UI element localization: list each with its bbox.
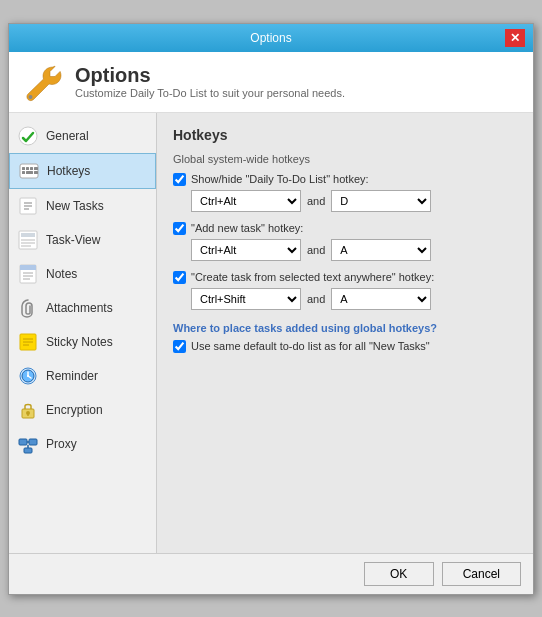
hotkey2-label: "Add new task" hotkey: <box>191 222 303 234</box>
sidebar-label-notes: Notes <box>46 267 77 281</box>
hotkey-group-3: "Create task from selected text anywhere… <box>173 271 517 310</box>
placement-label: Use same default to-do list as for all "… <box>191 340 430 352</box>
sidebar-item-hotkeys[interactable]: Hotkeys <box>9 153 156 189</box>
hotkey3-controls: Ctrl+Shift Ctrl+Alt Alt+Shift and A B D <box>173 288 517 310</box>
svg-rect-5 <box>30 167 33 170</box>
hotkey2-key-select[interactable]: A B D <box>331 239 431 261</box>
ok-button[interactable]: OK <box>364 562 434 586</box>
main-content: Hotkeys Global system-wide hotkeys Show/… <box>157 113 533 553</box>
sidebar-label-attachments: Attachments <box>46 301 113 315</box>
sidebar-label-new-tasks: New Tasks <box>46 199 104 213</box>
svg-rect-39 <box>24 448 32 453</box>
sidebar-item-notes[interactable]: Notes <box>9 257 156 291</box>
new-tasks-icon <box>17 195 39 217</box>
svg-rect-37 <box>29 439 37 445</box>
hotkeys-icon <box>18 160 40 182</box>
svg-point-32 <box>27 375 29 377</box>
placement-section: Where to place tasks added using global … <box>173 322 517 353</box>
svg-rect-7 <box>22 171 25 174</box>
attachments-icon <box>17 297 39 319</box>
hotkey1-key-select[interactable]: D A B C <box>331 190 431 212</box>
placement-checkbox-row: Use same default to-do list as for all "… <box>173 340 517 353</box>
title-bar: Options ✕ <box>9 24 533 52</box>
general-icon <box>17 125 39 147</box>
hotkey1-label: Show/hide "Daily To-Do List" hotkey: <box>191 173 369 185</box>
sidebar-item-reminder[interactable]: Reminder <box>9 359 156 393</box>
wrench-icon <box>23 62 63 102</box>
subsection-title: Global system-wide hotkeys <box>173 153 517 165</box>
section-title: Hotkeys <box>173 127 517 143</box>
hotkey2-checkbox[interactable] <box>173 222 186 235</box>
svg-rect-15 <box>21 233 35 237</box>
hotkey-group-1: Show/hide "Daily To-Do List" hotkey: Ctr… <box>173 173 517 212</box>
header: Options Customize Daily To-Do List to su… <box>9 52 533 113</box>
svg-point-1 <box>19 127 37 145</box>
hotkey-group-2: "Add new task" hotkey: Ctrl+Alt Ctrl+Shi… <box>173 222 517 261</box>
and-label-1: and <box>307 195 325 207</box>
sidebar-item-sticky-notes[interactable]: Sticky Notes <box>9 325 156 359</box>
sidebar-item-new-tasks[interactable]: New Tasks <box>9 189 156 223</box>
hotkey3-checkbox[interactable] <box>173 271 186 284</box>
close-button[interactable]: ✕ <box>505 29 525 47</box>
hotkey1-checkbox-row: Show/hide "Daily To-Do List" hotkey: <box>173 173 517 186</box>
sidebar: General Hotkeys <box>9 113 157 553</box>
header-title: Options <box>75 64 345 87</box>
hotkey1-checkbox[interactable] <box>173 173 186 186</box>
svg-rect-20 <box>20 265 36 270</box>
and-label-3: and <box>307 293 325 305</box>
sidebar-item-encryption[interactable]: Encryption <box>9 393 156 427</box>
sidebar-label-reminder: Reminder <box>46 369 98 383</box>
header-text: Options Customize Daily To-Do List to su… <box>75 64 345 99</box>
sidebar-item-attachments[interactable]: Attachments <box>9 291 156 325</box>
svg-point-0 <box>29 95 33 99</box>
hotkey2-checkbox-row: "Add new task" hotkey: <box>173 222 517 235</box>
hotkey3-modifier-select[interactable]: Ctrl+Shift Ctrl+Alt Alt+Shift <box>191 288 301 310</box>
task-view-icon <box>17 229 39 251</box>
encryption-icon <box>17 399 39 421</box>
body: General Hotkeys <box>9 113 533 553</box>
sticky-notes-icon <box>17 331 39 353</box>
hotkey3-label: "Create task from selected text anywhere… <box>191 271 434 283</box>
window-title: Options <box>37 31 505 45</box>
cancel-button[interactable]: Cancel <box>442 562 521 586</box>
sidebar-item-general[interactable]: General <box>9 119 156 153</box>
svg-rect-8 <box>26 171 33 174</box>
proxy-icon <box>17 433 39 455</box>
sidebar-item-task-view[interactable]: Task-View <box>9 223 156 257</box>
svg-rect-3 <box>22 167 25 170</box>
svg-rect-6 <box>34 167 38 170</box>
sidebar-label-hotkeys: Hotkeys <box>47 164 90 178</box>
sidebar-label-sticky-notes: Sticky Notes <box>46 335 113 349</box>
notes-icon <box>17 263 39 285</box>
hotkey1-controls: Ctrl+Alt Ctrl+Shift Alt+Shift and D A B … <box>173 190 517 212</box>
and-label-2: and <box>307 244 325 256</box>
sidebar-label-encryption: Encryption <box>46 403 103 417</box>
svg-rect-36 <box>19 439 27 445</box>
svg-rect-4 <box>26 167 29 170</box>
hotkey3-checkbox-row: "Create task from selected text anywhere… <box>173 271 517 284</box>
options-window: Options ✕ Options Customize Daily To-Do … <box>8 23 534 595</box>
placement-checkbox[interactable] <box>173 340 186 353</box>
hotkey2-controls: Ctrl+Alt Ctrl+Shift Alt+Shift and A B D <box>173 239 517 261</box>
hotkey1-modifier-select[interactable]: Ctrl+Alt Ctrl+Shift Alt+Shift <box>191 190 301 212</box>
svg-rect-9 <box>34 171 38 174</box>
hotkey3-key-select[interactable]: A B D <box>331 288 431 310</box>
hotkey2-modifier-select[interactable]: Ctrl+Alt Ctrl+Shift Alt+Shift <box>191 239 301 261</box>
placement-question: Where to place tasks added using global … <box>173 322 517 334</box>
sidebar-label-task-view: Task-View <box>46 233 100 247</box>
sidebar-label-general: General <box>46 129 89 143</box>
sidebar-item-proxy[interactable]: Proxy <box>9 427 156 461</box>
header-subtitle: Customize Daily To-Do List to suit your … <box>75 87 345 99</box>
reminder-icon <box>17 365 39 387</box>
footer: OK Cancel <box>9 553 533 594</box>
sidebar-label-proxy: Proxy <box>46 437 77 451</box>
